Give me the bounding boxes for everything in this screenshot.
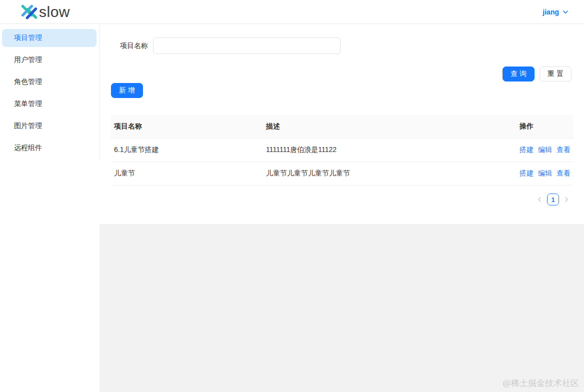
cell-actions: 搭建编辑查看 [516,146,573,154]
action-link-查看[interactable]: 查看 [556,169,570,177]
table-row: 儿童节儿童节儿童节儿童节儿童节搭建编辑查看 [111,162,573,186]
sidebar-menu: 项目管理用户管理角色管理菜单管理图片管理远程组件 [0,24,100,392]
sidebar-divider [100,24,100,161]
search-button[interactable]: 查 询 [502,66,534,82]
cell-project-name: 儿童节 [111,169,263,178]
prev-page-icon[interactable] [536,196,543,203]
watermark: @稀土掘金技术社区 [502,378,579,389]
action-link-搭建[interactable]: 搭建 [520,169,534,177]
filter-actions: 查 询 重 置 [100,66,572,82]
background-panel: @稀土掘金技术社区 [100,224,584,392]
logo-text: slow [39,4,70,20]
sidebar-item-用户管理[interactable]: 用户管理 [2,51,96,69]
user-menu[interactable]: jiang [542,8,569,16]
sidebar-item-菜单管理[interactable]: 菜单管理 [2,95,96,113]
project-name-input[interactable] [153,38,340,54]
column-header: 操作 [516,122,573,131]
sidebar-item-远程组件[interactable]: 远程组件 [2,139,96,157]
chevron-down-icon [562,8,569,16]
content-panel: 项目名称 查 询 重 置 新 增 项目名称描述操作 6.1儿童节搭建111111… [100,24,584,224]
column-header: 项目名称 [111,122,263,131]
page-number[interactable]: 1 [547,194,559,206]
projects-table: 项目名称描述操作 6.1儿童节搭建1111111唐伯浪是11122搭建编辑查看儿… [111,115,573,186]
column-header: 描述 [263,122,516,131]
add-button[interactable]: 新 增 [111,83,143,98]
cell-description: 1111111唐伯浪是11122 [263,146,516,154]
cell-actions: 搭建编辑查看 [516,169,573,178]
project-name-label: 项目名称 [120,42,148,50]
sidebar-item-图片管理[interactable]: 图片管理 [2,117,96,135]
next-page-icon[interactable] [563,196,570,203]
logo: slow [20,3,70,21]
pagination: 1 [100,194,570,206]
user-name: jiang [542,8,559,16]
toolbar: 新 增 [111,83,584,98]
cell-description: 儿童节儿童节儿童节儿童节 [263,169,516,178]
action-link-搭建[interactable]: 搭建 [520,146,534,154]
table-body: 6.1儿童节搭建1111111唐伯浪是11122搭建编辑查看儿童节儿童节儿童节儿… [111,138,573,186]
logo-icon [20,3,38,21]
action-link-查看[interactable]: 查看 [556,146,570,154]
reset-button[interactable]: 重 置 [540,66,572,82]
main-area: 项目名称 查 询 重 置 新 增 项目名称描述操作 6.1儿童节搭建111111… [100,24,584,392]
action-link-编辑[interactable]: 编辑 [538,146,552,154]
table-row: 6.1儿童节搭建1111111唐伯浪是11122搭建编辑查看 [111,138,573,162]
table-header-row: 项目名称描述操作 [111,115,573,138]
sidebar-item-项目管理[interactable]: 项目管理 [2,29,96,47]
filter-form: 项目名称 [120,38,584,54]
sidebar-item-角色管理[interactable]: 角色管理 [2,73,96,91]
cell-project-name: 6.1儿童节搭建 [111,146,263,154]
top-header: slow jiang [0,0,584,24]
page-body: 项目管理用户管理角色管理菜单管理图片管理远程组件 项目名称 查 询 重 置 新 … [0,24,584,392]
action-link-编辑[interactable]: 编辑 [538,169,552,177]
